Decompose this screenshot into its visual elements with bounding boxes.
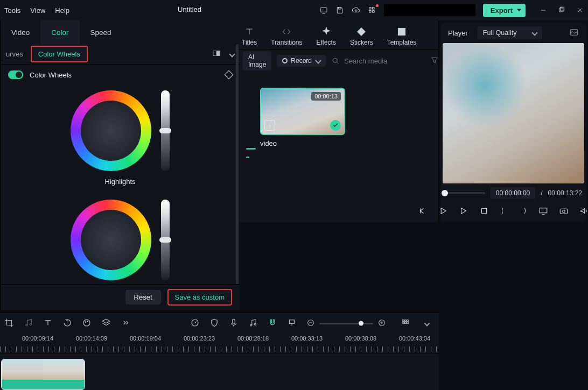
- right-panel-scrollbar[interactable]: [236, 44, 239, 284]
- text-icon[interactable]: [43, 318, 53, 329]
- minimize-icon[interactable]: [540, 6, 547, 14]
- play-icon[interactable]: [438, 206, 448, 217]
- rtab-video[interactable]: Video: [1, 20, 40, 44]
- rotate-icon[interactable]: [62, 318, 72, 329]
- tab-effects[interactable]: Effects: [316, 26, 335, 46]
- transitions-icon: [281, 26, 292, 37]
- svg-rect-13: [481, 208, 486, 213]
- svg-rect-3: [369, 11, 370, 12]
- subtab-curves[interactable]: urves: [6, 50, 23, 58]
- ai-image-button[interactable]: AI Image: [243, 51, 271, 70]
- chevron-down-icon[interactable]: [229, 51, 235, 57]
- tab-label: Titles: [242, 39, 257, 46]
- display-icon[interactable]: [538, 206, 548, 217]
- music-tool-icon[interactable]: [248, 318, 258, 329]
- svg-rect-33: [407, 320, 409, 321]
- snapshot-icon[interactable]: [569, 27, 579, 39]
- keyframe-icon[interactable]: [225, 70, 234, 80]
- highlights-luma-slider[interactable]: [161, 90, 170, 171]
- svg-rect-32: [405, 320, 407, 321]
- chip-label: AI Image: [248, 53, 266, 68]
- search-input[interactable]: [344, 57, 425, 65]
- tab-transitions[interactable]: Transitions: [271, 26, 302, 46]
- save-icon[interactable]: [335, 6, 344, 15]
- grid-view-icon[interactable]: [401, 318, 410, 329]
- quality-value: Full Quality: [483, 29, 517, 37]
- highlights-label: Highlights: [104, 178, 135, 186]
- player-label: Player: [448, 29, 468, 37]
- menu-view[interactable]: View: [30, 6, 45, 15]
- tab-titles[interactable]: Titles: [242, 26, 257, 46]
- rtab-speed[interactable]: Speed: [80, 20, 122, 44]
- svg-rect-36: [407, 322, 409, 323]
- reset-button[interactable]: Reset: [125, 290, 161, 304]
- chevron-down-icon: [532, 30, 538, 36]
- highlights-color-wheel[interactable]: [71, 90, 151, 171]
- zoom-in-icon[interactable]: [377, 318, 386, 329]
- filter-icon[interactable]: [430, 56, 439, 66]
- layers-icon[interactable]: [101, 318, 111, 329]
- import-strip[interactable]: [246, 143, 250, 167]
- mark-out-icon[interactable]: [519, 206, 528, 217]
- step-back-icon[interactable]: [418, 206, 428, 217]
- stop-icon[interactable]: [479, 206, 489, 217]
- midtones-color-wheel[interactable]: [71, 200, 151, 280]
- monitor-icon[interactable]: [319, 6, 328, 15]
- record-button[interactable]: Record: [277, 55, 326, 67]
- camera-icon[interactable]: [559, 206, 569, 217]
- timeline-ruler[interactable]: 00:00:09:14 00:00:14:09 00:00:19:04 00:0…: [0, 335, 439, 353]
- marker-icon[interactable]: [287, 318, 297, 329]
- compare-icon[interactable]: [212, 49, 221, 59]
- mic-icon[interactable]: [229, 318, 239, 329]
- media-thumbnail[interactable]: 00:00:13: [260, 88, 345, 135]
- svg-point-27: [254, 323, 256, 325]
- close-icon[interactable]: [576, 6, 584, 14]
- magnet-icon[interactable]: [268, 318, 277, 329]
- account-placeholder: [384, 4, 475, 16]
- quality-select[interactable]: Full Quality: [478, 26, 543, 39]
- menu-tools[interactable]: Tools: [4, 6, 20, 15]
- mark-in-icon[interactable]: [500, 206, 508, 217]
- svg-rect-1: [369, 8, 370, 9]
- seek-slider[interactable]: [445, 192, 485, 194]
- overflow-icon[interactable]: [121, 318, 130, 329]
- audio-icon[interactable]: [24, 318, 33, 329]
- save-as-custom-button[interactable]: Save as custom: [167, 289, 233, 306]
- ruler-marker: 00:00:28:18: [237, 335, 269, 342]
- rtab-color[interactable]: Color: [40, 20, 79, 44]
- used-check-icon: [330, 120, 341, 131]
- zoom-slider[interactable]: [319, 323, 373, 324]
- shield-icon[interactable]: [209, 318, 219, 329]
- tab-stickers[interactable]: Stickers: [350, 26, 373, 46]
- speed-icon[interactable]: [190, 318, 200, 329]
- svg-rect-18: [217, 51, 220, 55]
- maximize-icon[interactable]: [558, 6, 565, 14]
- menu-help[interactable]: Help: [55, 6, 69, 15]
- tab-label: Templates: [387, 39, 417, 46]
- timeline-clip[interactable]: [1, 359, 85, 390]
- svg-point-21: [83, 320, 90, 326]
- svg-rect-0: [320, 8, 327, 12]
- svg-rect-4: [372, 11, 374, 12]
- svg-rect-34: [403, 322, 404, 323]
- cloud-upload-icon[interactable]: [352, 6, 360, 15]
- chevron-down-icon[interactable]: [424, 320, 430, 326]
- effects-icon: [321, 26, 332, 37]
- svg-point-16: [562, 210, 565, 212]
- play-range-icon[interactable]: [459, 206, 468, 217]
- svg-rect-17: [213, 51, 216, 55]
- subtab-color-wheels[interactable]: Color Wheels: [31, 46, 88, 62]
- volume-icon[interactable]: [579, 206, 589, 217]
- crop-icon[interactable]: [4, 318, 14, 329]
- preview-canvas[interactable]: [443, 43, 584, 183]
- tab-templates[interactable]: Templates: [387, 26, 417, 46]
- palette-icon[interactable]: [82, 318, 92, 329]
- svg-point-19: [26, 324, 27, 326]
- color-wheels-toggle[interactable]: [8, 70, 23, 79]
- midtones-luma-slider[interactable]: [161, 200, 170, 280]
- add-to-timeline-icon[interactable]: [264, 120, 275, 131]
- zoom-out-icon[interactable]: [306, 318, 315, 329]
- export-button[interactable]: Export: [483, 4, 526, 17]
- apps-icon[interactable]: [368, 6, 376, 15]
- chip-label: Record: [291, 57, 312, 65]
